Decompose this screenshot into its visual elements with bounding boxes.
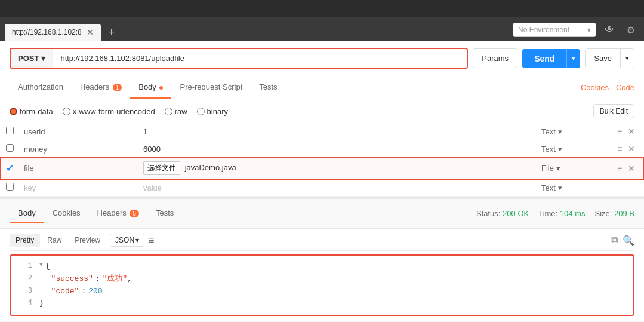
method-chevron-icon: ▾ [41, 54, 45, 63]
wrap-icon[interactable]: ≡ [148, 234, 155, 247]
raw-radio[interactable] [165, 108, 172, 115]
form-data-option[interactable]: form-data [10, 107, 53, 116]
method-button[interactable]: POST ▾ [11, 49, 53, 68]
raw-option[interactable]: raw [165, 107, 187, 116]
row4-key[interactable]: key [19, 179, 138, 197]
line-num: 1 [18, 260, 32, 273]
tab-close-icon[interactable]: ✕ [87, 27, 94, 37]
headers-badge: 1 [113, 84, 122, 91]
row3-checkbox-cell: ✔ [0, 158, 19, 179]
json-brace-open: { [45, 260, 50, 273]
resp-tab-body[interactable]: Body [10, 204, 44, 223]
new-tab-button[interactable]: + [103, 24, 120, 41]
json-brace-close: } [39, 298, 44, 310]
save-button-group: Save ▾ [585, 48, 634, 68]
table-row: money 6000 Text ▾ ≡ ✕ [0, 140, 644, 158]
tab-prerequest[interactable]: Pre-request Script [171, 76, 251, 99]
row3-value-cell: 选择文件 javaDemo.java [138, 158, 537, 179]
row1-key[interactable]: userid [19, 123, 138, 140]
row1-type-select[interactable]: Text ▾ [541, 127, 603, 136]
row1-type-cell: Text ▾ [537, 123, 608, 140]
table-row: key value Text ▾ [0, 179, 644, 197]
json-key-code: "code" [51, 286, 79, 298]
line-num: 3 [18, 286, 32, 298]
send-button-group: Send ▾ [522, 49, 580, 68]
row4-actions [608, 179, 644, 197]
copy-icon[interactable]: ⧉ [611, 235, 618, 246]
form-data-radio[interactable] [10, 108, 17, 115]
indent [39, 273, 49, 286]
tab-headers[interactable]: Headers 1 [72, 76, 130, 99]
binary-option[interactable]: binary [197, 107, 228, 116]
line-num: 4 [18, 298, 32, 310]
row1-value[interactable]: 1 [138, 123, 537, 140]
response-header: Body Cookies Headers 5 Tests Status: 200… [0, 199, 644, 229]
resp-tab-tests[interactable]: Tests [147, 204, 182, 223]
format-select[interactable]: JSON ▾ [110, 234, 144, 247]
pretty-view-button[interactable]: Pretty [10, 234, 40, 247]
urlencoded-radio[interactable] [63, 108, 70, 115]
request-tabs: Authorization Headers 1 Body Pre-request… [0, 76, 644, 99]
row3-check-icon: ✔ [6, 163, 14, 173]
row3-more-icon[interactable]: ≡ [617, 164, 622, 173]
json-line-3: 3 "code" : 200 [18, 286, 626, 298]
choose-file-button[interactable]: 选择文件 [143, 161, 180, 175]
code-link[interactable]: Code [616, 83, 634, 92]
response-area: Body Cookies Headers 5 Tests Status: 200… [0, 197, 644, 321]
eye-icon[interactable]: 👁 [601, 22, 618, 38]
tab-tests[interactable]: Tests [251, 76, 285, 99]
row4-value[interactable]: value [138, 179, 537, 197]
bulk-edit-button[interactable]: Bulk Edit [593, 104, 634, 118]
row4-type-select[interactable]: Text ▾ [541, 183, 603, 192]
row3-delete-icon[interactable]: ✕ [628, 164, 635, 173]
row2-key[interactable]: money [19, 140, 138, 158]
response-tabs: Body Cookies Headers 5 Tests [10, 204, 182, 223]
row4-checkbox[interactable] [6, 183, 14, 191]
row2-checkbox[interactable] [6, 144, 14, 152]
row1-actions: ≡ ✕ [608, 123, 644, 140]
save-button[interactable]: Save [586, 49, 620, 68]
raw-view-button[interactable]: Raw [41, 234, 67, 247]
row1-delete-icon[interactable]: ✕ [628, 127, 635, 136]
environment-select[interactable]: No Environment ▾ [513, 23, 596, 37]
active-tab[interactable]: http://192.168.1.102:8 ✕ [5, 24, 101, 41]
response-body: Pretty Raw Preview JSON ▾ ≡ ⧉ 🔍 1 ▼ { [0, 229, 644, 321]
row3-key[interactable]: file [19, 158, 138, 179]
params-button[interactable]: Params [473, 48, 517, 68]
row2-value[interactable]: 6000 [138, 140, 537, 158]
table-row: ✔ file 选择文件 javaDemo.java File ▾ ≡ [0, 158, 644, 179]
url-input[interactable] [53, 49, 467, 68]
chevron-down-icon: ▾ [587, 26, 591, 34]
preview-view-button[interactable]: Preview [69, 234, 106, 247]
json-line-4: 4 } [18, 298, 626, 310]
send-dropdown-arrow[interactable]: ▾ [566, 49, 580, 68]
tab-body[interactable]: Body [130, 76, 171, 99]
search-icon[interactable]: 🔍 [623, 235, 634, 246]
tab-title: http://192.168.1.102:8 [12, 28, 82, 36]
row3-type-select[interactable]: File ▾ [541, 164, 603, 173]
urlencoded-option[interactable]: x-www-form-urlencoded [63, 107, 155, 116]
collapse-arrow[interactable]: ▼ [39, 260, 43, 273]
json-key-success: "success" [51, 273, 93, 286]
tab-authorization[interactable]: Authorization [10, 76, 72, 99]
resp-tab-headers[interactable]: Headers 5 [89, 204, 147, 223]
binary-radio[interactable] [197, 108, 205, 115]
response-status: Status: 200 OK Time: 104 ms Size: 209 B [476, 209, 634, 218]
response-actions: ⧉ 🔍 [611, 235, 634, 246]
row3-actions: ≡ ✕ [608, 158, 644, 179]
row2-more-icon[interactable]: ≡ [617, 144, 622, 154]
save-dropdown-arrow[interactable]: ▾ [620, 49, 634, 68]
resp-tab-cookies[interactable]: Cookies [44, 204, 89, 223]
row2-type-select[interactable]: Text ▾ [541, 145, 603, 154]
json-value-code: 200 [88, 286, 102, 298]
send-button[interactable]: Send [522, 49, 566, 68]
row1-more-icon[interactable]: ≡ [617, 127, 622, 136]
tab-bar: http://192.168.1.102:8 ✕ + No Environmen… [0, 17, 644, 41]
row1-checkbox[interactable] [6, 127, 14, 134]
type-chevron-icon: ▾ [558, 183, 562, 192]
colon: : [81, 286, 86, 298]
settings-icon[interactable]: ⚙ [623, 22, 639, 38]
cookies-link[interactable]: Cookies [581, 83, 609, 92]
row2-delete-icon[interactable]: ✕ [628, 144, 635, 154]
response-size: 209 B [614, 209, 634, 218]
